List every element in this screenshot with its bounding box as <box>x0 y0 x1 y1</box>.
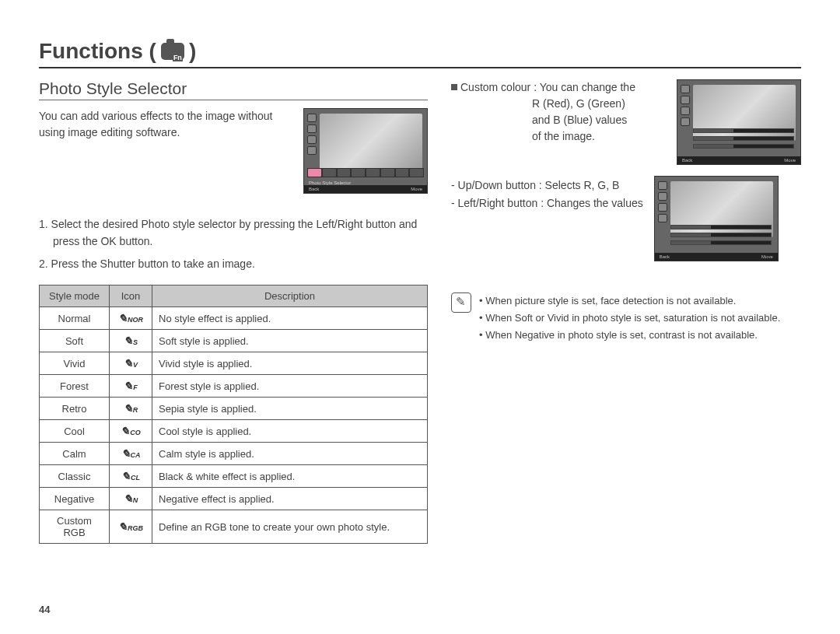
hint-leftright: - Left/Right button : Changes the values <box>451 195 643 212</box>
style-icon-custom-rgb: ✎RGB <box>118 520 143 533</box>
cell-style-mode: Custom RGB <box>40 510 110 544</box>
page-number: 44 <box>39 604 50 615</box>
cell-icon: ✎RGB <box>110 510 152 544</box>
style-mode-table: Style mode Icon Description Normal✎NORNo… <box>39 285 428 544</box>
custom-colour-label: Custom colour : <box>460 81 537 93</box>
cell-style-mode: Retro <box>40 398 110 420</box>
section-title: Photo Style Selector <box>39 79 428 100</box>
lcd-preview-rgb-2: Back Move <box>654 176 779 261</box>
custom-colour-block: Custom colour : You can change the R (Re… <box>451 79 666 165</box>
cell-icon: ✎CA <box>110 443 152 465</box>
note-icon <box>451 292 471 313</box>
table-row: Calm✎CACalm style is applied. <box>40 443 428 465</box>
square-bullet-icon <box>451 84 457 90</box>
cell-description: Define an RGB tone to create your own ph… <box>152 510 428 544</box>
cell-description: No style effect is applied. <box>152 307 428 330</box>
section-intro: You can add various effects to the image… <box>39 108 292 141</box>
custom-colour-text-l3: and B (Blue) values <box>451 112 666 128</box>
lcd-style-strip <box>307 168 424 177</box>
steps-list: 1. Select the desired Photo style select… <box>39 215 428 272</box>
table-row: Normal✎NORNo style effect is applied. <box>40 307 428 330</box>
main-heading: Functions ( ) <box>39 39 801 68</box>
style-icon-classic: ✎CL <box>121 470 140 482</box>
lcd-back-label: Back <box>660 254 670 259</box>
cell-description: Sepia style is applied. <box>152 398 428 420</box>
table-row: Soft✎SSoft style is applied. <box>40 330 428 352</box>
lcd-rgb-sliders <box>693 128 794 149</box>
lcd-side-icon <box>658 192 667 201</box>
table-row: Negative✎NNegative effect is applied. <box>40 488 428 510</box>
heading-close: ) <box>189 39 196 64</box>
lcd-side-icon <box>307 124 317 133</box>
lcd-side-icon <box>307 146 317 155</box>
cell-icon: ✎R <box>110 398 152 420</box>
cell-style-mode: Negative <box>40 488 110 510</box>
lcd-side-icon <box>681 107 690 115</box>
cell-style-mode: Normal <box>40 307 110 330</box>
style-icon-vivid: ✎V <box>124 357 138 370</box>
lcd-side-icon <box>681 85 690 93</box>
cell-icon: ✎CL <box>110 465 152 488</box>
cell-description: Soft style is applied. <box>152 330 428 352</box>
note-item: • When picture style is set, face detect… <box>479 293 780 310</box>
cell-icon: ✎V <box>110 352 152 375</box>
lcd-side-icon <box>307 114 317 122</box>
note-box: • When picture style is set, face detect… <box>451 292 801 344</box>
table-row: Retro✎RSepia style is applied. <box>40 398 428 420</box>
cell-style-mode: Calm <box>40 443 110 465</box>
table-row: Cool✎COCool style is applied. <box>40 420 428 443</box>
cell-style-mode: Classic <box>40 465 110 488</box>
lcd-side-icon <box>658 203 667 212</box>
cell-description: Calm style is applied. <box>152 443 428 465</box>
note-item: • When Negative in photo style is set, c… <box>479 328 780 344</box>
button-hints: - Up/Down button : Selects R, G, B - Lef… <box>451 176 643 250</box>
lcd-move-label: Move <box>761 254 773 259</box>
lcd-photo-area <box>320 114 422 170</box>
cell-icon: ✎N <box>110 488 152 510</box>
cell-description: Forest style is applied. <box>152 375 428 398</box>
cell-description: Cool style is applied. <box>152 420 428 443</box>
note-item: • When Soft or Vivid in photo style is s… <box>479 310 780 327</box>
hint-updown: - Up/Down button : Selects R, G, B <box>451 177 643 194</box>
lcd-move-label: Move <box>784 158 796 163</box>
th-style-mode: Style mode <box>40 285 110 307</box>
cell-icon: ✎F <box>110 375 152 398</box>
lcd-side-icon <box>658 214 667 222</box>
custom-colour-text-l1: You can change the <box>540 81 635 93</box>
style-icon-calm: ✎CA <box>121 447 141 460</box>
cell-style-mode: Soft <box>40 330 110 352</box>
note-list: • When picture style is set, face detect… <box>479 292 780 344</box>
cell-description: Black & white effect is applied. <box>152 465 428 488</box>
style-icon-retro: ✎R <box>124 402 138 415</box>
cell-description: Negative effect is applied. <box>152 488 428 510</box>
cell-icon: ✎S <box>110 330 152 352</box>
table-row: Classic✎CLBlack & white effect is applie… <box>40 465 428 488</box>
left-column: Photo Style Selector You can add various… <box>39 79 428 544</box>
right-column: Custom colour : You can change the R (Re… <box>451 79 801 544</box>
custom-colour-text-l4: of the image. <box>451 128 666 145</box>
step-1: 1. Select the desired Photo style select… <box>39 215 428 250</box>
cell-description: Vivid style is applied. <box>152 352 428 375</box>
cell-icon: ✎CO <box>110 420 152 443</box>
step-2: 2. Press the Shutter button to take an i… <box>39 255 428 272</box>
lcd-back-label: Back <box>682 158 692 163</box>
style-icon-negative: ✎N <box>124 492 138 505</box>
lcd-back-label: Back <box>309 187 319 191</box>
table-row: Vivid✎VVivid style is applied. <box>40 352 428 375</box>
lcd-preview-rgb-1: Back Move <box>677 79 801 165</box>
cell-icon: ✎NOR <box>110 307 152 330</box>
cell-style-mode: Cool <box>40 420 110 443</box>
table-row: Custom RGB✎RGBDefine an RGB tone to crea… <box>40 510 428 544</box>
style-icon-normal: ✎NOR <box>118 312 143 324</box>
table-row: Forest✎FForest style is applied. <box>40 375 428 398</box>
lcd-preview-style-selector: Photo Style Selector Back Move <box>303 108 428 194</box>
lcd-side-icon <box>658 181 667 190</box>
style-icon-soft: ✎S <box>124 335 138 347</box>
lcd-side-icon <box>307 135 317 144</box>
cell-style-mode: Forest <box>40 375 110 398</box>
camera-fn-icon <box>161 43 184 60</box>
th-icon: Icon <box>110 285 152 307</box>
th-description: Description <box>152 285 428 307</box>
custom-colour-text-l2: R (Red), G (Green) <box>451 96 666 112</box>
style-icon-forest: ✎F <box>124 380 138 392</box>
